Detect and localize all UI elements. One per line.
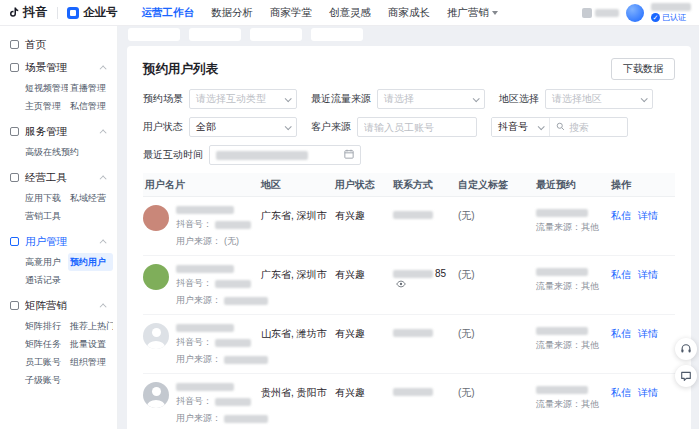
redacted-username	[176, 324, 234, 332]
sidebar-item[interactable]: 矩阵排行	[23, 317, 68, 335]
floating-widgets	[675, 338, 697, 387]
traffic-select[interactable]: 请选择	[377, 89, 485, 109]
message-link[interactable]: 私信	[611, 387, 631, 398]
traffic-source-text: 流量来源：其他	[536, 221, 605, 234]
sidebar-item[interactable]: 应用下载	[23, 189, 68, 207]
sidebar-item[interactable]: 预约用户	[68, 253, 113, 271]
search-icon	[556, 122, 565, 133]
search-input[interactable]	[569, 122, 621, 133]
sidebar-group-header[interactable]: 矩阵营销	[0, 294, 117, 317]
region-cell: 广东省, 深圳市	[261, 264, 335, 282]
message-link[interactable]: 私信	[611, 210, 631, 221]
sidebar-item[interactable]: 主页管理	[23, 97, 68, 115]
actions-cell: 私信详情	[611, 264, 675, 282]
contact-cell	[393, 382, 458, 397]
user-meta: ✓ 已认证	[651, 3, 691, 22]
eye-icon[interactable]	[396, 279, 406, 289]
sidebar-item[interactable]: 批量设置	[68, 335, 113, 353]
sidebar-item-home[interactable]: 首页	[0, 33, 117, 56]
chevron-down-icon	[641, 95, 648, 102]
interaction-time-input[interactable]	[209, 145, 361, 165]
sidebar-group-header[interactable]: 用户管理	[0, 230, 117, 253]
message-link[interactable]: 私信	[611, 328, 631, 339]
user-source-label: 用户来源：	[176, 353, 221, 366]
user-card-cell: 抖音号：用户来源：(无)	[143, 205, 261, 248]
collapsed-tab[interactable]	[311, 28, 363, 41]
top-nav-item[interactable]: 商家学堂	[270, 6, 312, 20]
notice-chip[interactable]	[582, 8, 619, 18]
redacted-username	[176, 383, 234, 391]
district-select-value: 请选择地区	[552, 92, 602, 106]
user-card-cell: 抖音号：用户来源：	[143, 264, 261, 307]
interaction-time-filter: 最近互动时间	[143, 145, 361, 165]
recent-booking-cell: 流量来源：其他	[536, 205, 611, 234]
user-avatar[interactable]	[626, 4, 644, 22]
scene-filter: 预约场景 请选择互动类型	[143, 89, 297, 109]
verified-status: ✓ 已认证	[651, 13, 691, 22]
redacted-booking-time	[536, 268, 588, 276]
customer-service-button[interactable]	[675, 338, 697, 360]
contact-cell	[393, 205, 458, 220]
sidebar-item[interactable]: 私信管理	[68, 97, 113, 115]
detail-link[interactable]: 详情	[638, 387, 658, 398]
col-header-region: 地区	[261, 178, 335, 192]
redacted-username	[176, 206, 234, 214]
sidebar-item[interactable]: 组织管理	[68, 353, 113, 371]
message-link[interactable]: 私信	[611, 269, 631, 280]
table-row: 抖音号：用户来源：山东省, 潍坊市有兴趣(无)流量来源：其他私信详情	[143, 315, 675, 374]
home-icon	[10, 40, 19, 49]
collapsed-tab[interactable]	[189, 28, 241, 41]
sidebar-item[interactable]: 私域经营	[68, 189, 113, 207]
brand-title: 抖音	[23, 4, 48, 21]
sidebar-item[interactable]: 短视频管理	[23, 79, 68, 97]
douyin-id-label: 抖音号：	[176, 277, 212, 290]
sidebar-group-header[interactable]: 场景管理	[0, 56, 117, 79]
feedback-button[interactable]	[675, 365, 697, 387]
sidebar-item[interactable]: 直播管理	[68, 79, 113, 97]
sidebar-item[interactable]: 高级在线预约	[23, 143, 113, 161]
sidebar-group-header[interactable]: 经营工具	[0, 166, 117, 189]
redacted-date-range	[216, 151, 308, 160]
topbar: 抖音 企业号 运营工作台数据分析商家学堂创意灵感商家成长推广营销 ✓ 已认证	[0, 0, 699, 26]
sidebar-group-header[interactable]: 服务管理	[0, 120, 117, 143]
scene-filter-label: 预约场景	[143, 92, 183, 106]
sidebar-item[interactable]: 营销工具	[23, 207, 68, 225]
chevron-down-icon	[538, 123, 545, 130]
sidebar-item[interactable]: 推荐上热门	[68, 317, 113, 335]
sidebar-group-label: 用户管理	[25, 235, 67, 249]
redacted-douyin-id	[215, 339, 251, 347]
status-select[interactable]: 全部	[189, 117, 297, 137]
top-nav-item[interactable]: 创意灵感	[329, 6, 371, 20]
sidebar-item[interactable]: 矩阵任务	[23, 335, 68, 353]
scene-select[interactable]: 请选择互动类型	[189, 89, 297, 109]
sidebar-group-items: 短视频管理直播管理主页管理私信管理	[0, 79, 117, 118]
sidebar-item[interactable]: 高意用户	[23, 253, 68, 271]
phone-suffix: 85	[435, 268, 446, 279]
redacted-user-source	[224, 356, 268, 364]
detail-link[interactable]: 详情	[638, 269, 658, 280]
top-nav-item[interactable]: 推广营销	[447, 6, 498, 20]
chevron-down-icon	[285, 95, 292, 102]
district-select[interactable]: 请选择地区	[545, 89, 653, 109]
customer-source-input[interactable]	[357, 117, 477, 137]
table-row: 抖音号：用户来源：广东省, 深圳市有兴趣85(无)流量来源：其他私信详情	[143, 256, 675, 315]
detail-link[interactable]: 详情	[638, 328, 658, 339]
collapsed-tab[interactable]	[250, 28, 302, 41]
redacted-douyin-id	[215, 398, 251, 406]
top-nav-item[interactable]: 运营工作台	[142, 6, 195, 20]
sidebar-item[interactable]: 通话记录	[23, 271, 68, 289]
actions-cell: 私信详情	[611, 323, 675, 341]
sidebar-item[interactable]: 子级账号	[23, 371, 68, 389]
douyin-id-select[interactable]: 抖音号	[492, 118, 550, 136]
top-nav-item[interactable]: 商家成长	[388, 6, 430, 20]
sidebar-item[interactable]: 员工账号	[23, 353, 68, 371]
chevron-up-icon	[100, 129, 107, 136]
top-nav-item[interactable]: 数据分析	[211, 6, 253, 20]
custom-tag-cell: (无)	[458, 205, 536, 223]
download-data-button[interactable]: 下载数据	[611, 58, 675, 80]
collapsed-tab[interactable]	[128, 28, 180, 41]
user-card-cell: 抖音号：用户来源：	[143, 323, 261, 366]
douyin-id-label: 抖音号：	[176, 395, 212, 408]
detail-link[interactable]: 详情	[638, 210, 658, 221]
enterprise-icon	[67, 7, 79, 19]
